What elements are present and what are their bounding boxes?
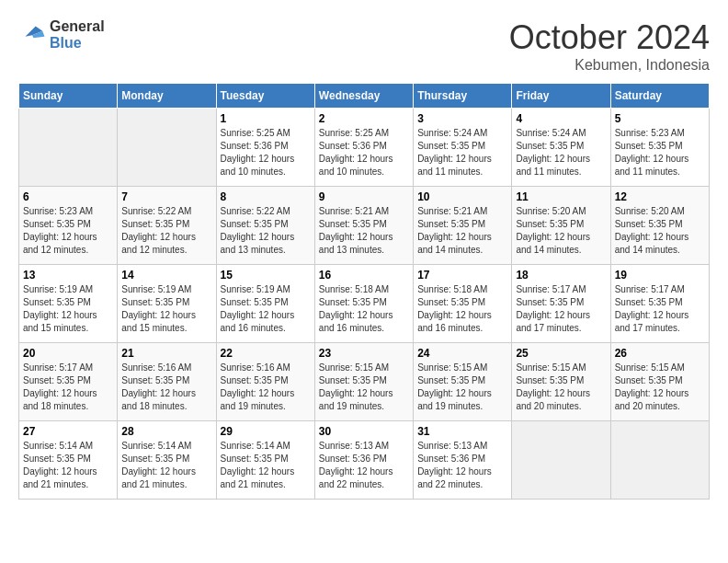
weekday-header-saturday: Saturday	[610, 84, 709, 109]
day-info: Sunrise: 5:22 AMSunset: 5:35 PMDaylight:…	[121, 205, 211, 257]
day-number: 15	[221, 269, 311, 282]
day-number: 9	[319, 190, 409, 203]
day-number: 17	[417, 269, 507, 282]
calendar-cell: 3Sunrise: 5:24 AMSunset: 5:35 PMDaylight…	[414, 109, 512, 187]
calendar-cell: 17Sunrise: 5:18 AMSunset: 5:35 PMDayligh…	[414, 265, 512, 343]
day-info: Sunrise: 5:21 AMSunset: 5:35 PMDaylight:…	[417, 205, 507, 257]
week-row-3: 13Sunrise: 5:19 AMSunset: 5:35 PMDayligh…	[19, 265, 710, 343]
day-number: 31	[417, 425, 507, 438]
day-number: 29	[221, 425, 311, 438]
calendar-cell: 14Sunrise: 5:19 AMSunset: 5:35 PMDayligh…	[118, 265, 216, 343]
day-number: 13	[23, 269, 113, 282]
day-number: 24	[417, 347, 507, 360]
calendar-cell: 8Sunrise: 5:22 AMSunset: 5:35 PMDaylight…	[216, 187, 314, 265]
weekday-header-thursday: Thursday	[414, 84, 512, 109]
day-info: Sunrise: 5:24 AMSunset: 5:35 PMDaylight:…	[516, 127, 606, 178]
calendar-cell: 27Sunrise: 5:14 AMSunset: 5:35 PMDayligh…	[19, 421, 118, 500]
calendar-cell: 5Sunrise: 5:23 AMSunset: 5:35 PMDaylight…	[610, 109, 709, 187]
calendar-cell: 20Sunrise: 5:17 AMSunset: 5:35 PMDayligh…	[19, 343, 118, 421]
day-number: 6	[23, 190, 113, 203]
calendar-cell: 12Sunrise: 5:20 AMSunset: 5:35 PMDayligh…	[610, 187, 709, 265]
day-number: 5	[615, 112, 705, 125]
day-info: Sunrise: 5:20 AMSunset: 5:35 PMDaylight:…	[516, 205, 606, 257]
logo-blue: Blue	[50, 35, 105, 52]
calendar-cell: 26Sunrise: 5:15 AMSunset: 5:35 PMDayligh…	[610, 343, 709, 421]
calendar-cell: 24Sunrise: 5:15 AMSunset: 5:35 PMDayligh…	[414, 343, 512, 421]
location: Kebumen, Indonesia	[509, 57, 710, 74]
day-number: 3	[417, 112, 507, 125]
day-info: Sunrise: 5:16 AMSunset: 5:35 PMDaylight:…	[121, 362, 211, 413]
calendar-cell: 30Sunrise: 5:13 AMSunset: 5:36 PMDayligh…	[314, 421, 413, 500]
calendar-cell: 18Sunrise: 5:17 AMSunset: 5:35 PMDayligh…	[512, 265, 610, 343]
day-number: 8	[221, 190, 311, 203]
day-info: Sunrise: 5:23 AMSunset: 5:35 PMDaylight:…	[23, 205, 113, 257]
weekday-header-sunday: Sunday	[19, 84, 118, 109]
day-number: 27	[23, 425, 113, 438]
calendar-header: SundayMondayTuesdayWednesdayThursdayFrid…	[19, 84, 710, 109]
day-info: Sunrise: 5:18 AMSunset: 5:35 PMDaylight:…	[417, 283, 507, 335]
day-number: 18	[516, 269, 606, 282]
calendar-cell: 11Sunrise: 5:20 AMSunset: 5:35 PMDayligh…	[512, 187, 610, 265]
weekday-header-wednesday: Wednesday	[314, 84, 413, 109]
weekday-header-monday: Monday	[118, 84, 216, 109]
calendar-cell: 2Sunrise: 5:25 AMSunset: 5:36 PMDaylight…	[314, 109, 413, 187]
page-header: General Blue October 2024 Kebumen, Indon…	[18, 18, 710, 74]
calendar-table: SundayMondayTuesdayWednesdayThursdayFrid…	[18, 83, 710, 500]
logo: General Blue	[18, 18, 105, 51]
day-number: 22	[221, 347, 311, 360]
day-info: Sunrise: 5:17 AMSunset: 5:35 PMDaylight:…	[23, 362, 113, 413]
calendar-cell: 16Sunrise: 5:18 AMSunset: 5:35 PMDayligh…	[314, 265, 413, 343]
calendar-cell: 22Sunrise: 5:16 AMSunset: 5:35 PMDayligh…	[216, 343, 314, 421]
day-info: Sunrise: 5:16 AMSunset: 5:35 PMDaylight:…	[221, 362, 311, 413]
day-number: 7	[121, 190, 211, 203]
calendar-cell: 9Sunrise: 5:21 AMSunset: 5:35 PMDaylight…	[314, 187, 413, 265]
day-info: Sunrise: 5:20 AMSunset: 5:35 PMDaylight:…	[615, 205, 705, 257]
day-info: Sunrise: 5:19 AMSunset: 5:35 PMDaylight:…	[221, 283, 311, 335]
day-number: 21	[121, 347, 211, 360]
day-info: Sunrise: 5:25 AMSunset: 5:36 PMDaylight:…	[221, 127, 311, 178]
logo-icon	[18, 22, 46, 44]
day-info: Sunrise: 5:15 AMSunset: 5:35 PMDaylight:…	[615, 362, 705, 413]
day-info: Sunrise: 5:19 AMSunset: 5:35 PMDaylight:…	[121, 283, 211, 335]
day-number: 1	[221, 112, 311, 125]
day-info: Sunrise: 5:25 AMSunset: 5:36 PMDaylight:…	[319, 127, 409, 178]
weekday-header-tuesday: Tuesday	[216, 84, 314, 109]
calendar-cell: 10Sunrise: 5:21 AMSunset: 5:35 PMDayligh…	[414, 187, 512, 265]
week-row-2: 6Sunrise: 5:23 AMSunset: 5:35 PMDaylight…	[19, 187, 710, 265]
day-number: 11	[516, 190, 606, 203]
logo-general: General	[50, 18, 105, 35]
week-row-1: 1Sunrise: 5:25 AMSunset: 5:36 PMDaylight…	[19, 109, 710, 187]
day-info: Sunrise: 5:14 AMSunset: 5:35 PMDaylight:…	[23, 440, 113, 491]
day-info: Sunrise: 5:18 AMSunset: 5:35 PMDaylight:…	[319, 283, 409, 335]
day-number: 25	[516, 347, 606, 360]
calendar-cell: 31Sunrise: 5:13 AMSunset: 5:36 PMDayligh…	[414, 421, 512, 500]
day-number: 4	[516, 112, 606, 125]
title-block: October 2024 Kebumen, Indonesia	[509, 18, 710, 74]
day-info: Sunrise: 5:17 AMSunset: 5:35 PMDaylight:…	[516, 283, 606, 335]
week-row-4: 20Sunrise: 5:17 AMSunset: 5:35 PMDayligh…	[19, 343, 710, 421]
day-number: 14	[121, 269, 211, 282]
day-number: 16	[319, 269, 409, 282]
day-info: Sunrise: 5:17 AMSunset: 5:35 PMDaylight:…	[615, 283, 705, 335]
calendar-cell: 28Sunrise: 5:14 AMSunset: 5:35 PMDayligh…	[118, 421, 216, 500]
day-info: Sunrise: 5:14 AMSunset: 5:35 PMDaylight:…	[121, 440, 211, 491]
calendar-cell: 15Sunrise: 5:19 AMSunset: 5:35 PMDayligh…	[216, 265, 314, 343]
calendar-cell	[19, 109, 118, 187]
day-number: 20	[23, 347, 113, 360]
day-info: Sunrise: 5:22 AMSunset: 5:35 PMDaylight:…	[221, 205, 311, 257]
calendar-cell: 21Sunrise: 5:16 AMSunset: 5:35 PMDayligh…	[118, 343, 216, 421]
day-number: 28	[121, 425, 211, 438]
day-info: Sunrise: 5:15 AMSunset: 5:35 PMDaylight:…	[319, 362, 409, 413]
calendar-cell: 13Sunrise: 5:19 AMSunset: 5:35 PMDayligh…	[19, 265, 118, 343]
calendar-cell	[610, 421, 709, 500]
calendar-cell	[512, 421, 610, 500]
month-title: October 2024	[509, 18, 710, 57]
week-row-5: 27Sunrise: 5:14 AMSunset: 5:35 PMDayligh…	[19, 421, 710, 500]
calendar-cell: 23Sunrise: 5:15 AMSunset: 5:35 PMDayligh…	[314, 343, 413, 421]
day-info: Sunrise: 5:23 AMSunset: 5:35 PMDaylight:…	[615, 127, 705, 178]
calendar-cell: 4Sunrise: 5:24 AMSunset: 5:35 PMDaylight…	[512, 109, 610, 187]
day-info: Sunrise: 5:24 AMSunset: 5:35 PMDaylight:…	[417, 127, 507, 178]
day-number: 2	[319, 112, 409, 125]
day-info: Sunrise: 5:13 AMSunset: 5:36 PMDaylight:…	[319, 440, 409, 491]
day-info: Sunrise: 5:21 AMSunset: 5:35 PMDaylight:…	[319, 205, 409, 257]
